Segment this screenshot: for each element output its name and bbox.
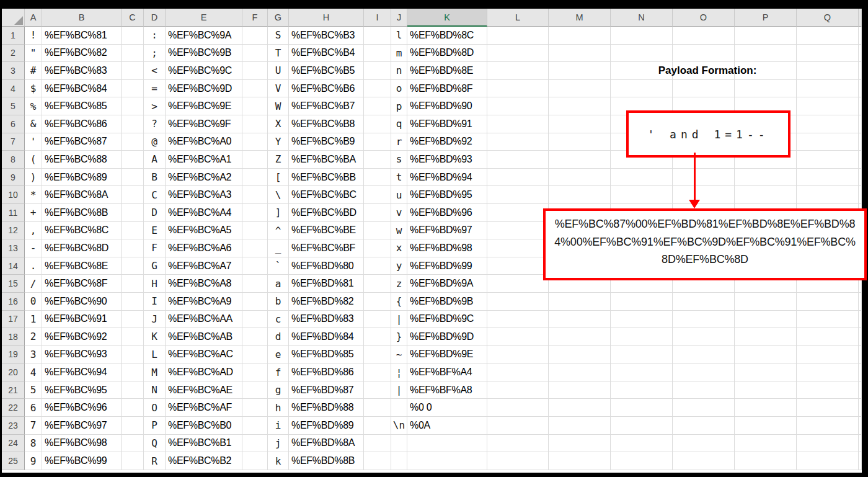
cell-D12[interactable]: E bbox=[144, 222, 166, 240]
cell-M17[interactable] bbox=[549, 311, 611, 329]
cell-M5[interactable] bbox=[549, 97, 611, 115]
cell-M23[interactable] bbox=[549, 417, 611, 435]
cell-H5[interactable]: %EF%BC%B7 bbox=[289, 97, 364, 115]
cell-H20[interactable]: %EF%BD%86 bbox=[289, 363, 364, 381]
cell-Q17[interactable] bbox=[797, 311, 859, 329]
cell-P23[interactable] bbox=[735, 417, 797, 435]
cell-C25[interactable] bbox=[122, 452, 144, 470]
cell-G12[interactable]: ^ bbox=[268, 222, 289, 240]
cell-C13[interactable] bbox=[122, 239, 144, 257]
cell-A10[interactable]: * bbox=[25, 186, 42, 204]
cell-H10[interactable]: %EF%BC%BC bbox=[289, 186, 364, 204]
cell-N21[interactable] bbox=[611, 381, 673, 399]
cell-H7[interactable]: %EF%BC%B9 bbox=[289, 133, 364, 151]
cell-I11[interactable] bbox=[364, 204, 391, 222]
cell-D8[interactable]: A bbox=[144, 151, 166, 169]
cell-Q2[interactable] bbox=[797, 45, 859, 63]
row-header-22[interactable]: 22 bbox=[2, 399, 25, 417]
cell-B14[interactable]: %EF%BC%8E bbox=[42, 257, 122, 275]
cell-A6[interactable]: & bbox=[25, 115, 42, 133]
cell-P24[interactable] bbox=[735, 435, 797, 453]
cell-P16[interactable] bbox=[735, 293, 797, 311]
cell-I19[interactable] bbox=[364, 346, 391, 364]
cell-I12[interactable] bbox=[364, 222, 391, 240]
cell-J15[interactable]: z bbox=[391, 275, 407, 293]
cell-E7[interactable]: %EF%BC%A0 bbox=[166, 133, 242, 151]
cell-A18[interactable]: 2 bbox=[25, 328, 42, 346]
cell-L18[interactable] bbox=[487, 328, 549, 346]
cell-A16[interactable]: 0 bbox=[25, 293, 42, 311]
cell-E11[interactable]: %EF%BC%A4 bbox=[166, 204, 242, 222]
cell-D22[interactable]: O bbox=[144, 399, 166, 417]
cell-O8[interactable] bbox=[673, 151, 735, 169]
cell-D18[interactable]: K bbox=[144, 328, 166, 346]
cell-N23[interactable] bbox=[611, 417, 673, 435]
cell-H2[interactable]: %EF%BC%B4 bbox=[289, 45, 364, 63]
cell-E3[interactable]: %EF%BC%9C bbox=[166, 62, 242, 80]
cell-M7[interactable] bbox=[549, 133, 611, 151]
cell-L11[interactable] bbox=[487, 204, 549, 222]
cell-K12[interactable]: %EF%BD%97 bbox=[407, 222, 487, 240]
cell-Q15[interactable] bbox=[797, 275, 859, 293]
cell-G16[interactable]: b bbox=[268, 293, 289, 311]
cell-O18[interactable] bbox=[673, 328, 735, 346]
cell-D16[interactable]: I bbox=[144, 293, 166, 311]
cell-K11[interactable]: %EF%BD%96 bbox=[407, 204, 487, 222]
cell-I16[interactable] bbox=[364, 293, 391, 311]
cell-A17[interactable]: 1 bbox=[25, 311, 42, 329]
cell-B24[interactable]: %EF%BC%98 bbox=[42, 435, 122, 453]
cell-H17[interactable]: %EF%BD%83 bbox=[289, 311, 364, 329]
cell-K2[interactable]: %EF%BD%8D bbox=[407, 45, 487, 63]
cell-C6[interactable] bbox=[122, 115, 144, 133]
cell-O21[interactable] bbox=[673, 381, 735, 399]
cell-K4[interactable]: %EF%BD%8F bbox=[407, 80, 487, 98]
row-header-8[interactable]: 8 bbox=[2, 151, 25, 169]
cell-L25[interactable] bbox=[487, 452, 549, 470]
cell-B19[interactable]: %EF%BC%93 bbox=[42, 346, 122, 364]
cell-A24[interactable]: 8 bbox=[25, 435, 42, 453]
cell-M24[interactable] bbox=[549, 435, 611, 453]
cell-O15[interactable] bbox=[673, 275, 735, 293]
cell-J2[interactable]: m bbox=[391, 45, 407, 63]
cell-N25[interactable] bbox=[611, 452, 673, 470]
cell-M22[interactable] bbox=[549, 399, 611, 417]
row-header-17[interactable]: 17 bbox=[2, 311, 25, 329]
cell-H19[interactable]: %EF%BD%85 bbox=[289, 346, 364, 364]
cell-L4[interactable] bbox=[487, 80, 549, 98]
row-header-2[interactable]: 2 bbox=[2, 45, 25, 63]
cell-K22[interactable]: %0 0 bbox=[407, 399, 487, 417]
cell-D5[interactable]: > bbox=[144, 97, 166, 115]
cell-A22[interactable]: 6 bbox=[25, 399, 42, 417]
cell-O10[interactable] bbox=[673, 186, 735, 204]
cell-I10[interactable] bbox=[364, 186, 391, 204]
cell-C7[interactable] bbox=[122, 133, 144, 151]
row-header-20[interactable]: 20 bbox=[2, 363, 25, 381]
cell-J14[interactable]: y bbox=[391, 257, 407, 275]
cell-I5[interactable] bbox=[364, 97, 391, 115]
cell-B4[interactable]: %EF%BC%84 bbox=[42, 80, 122, 98]
cell-N16[interactable] bbox=[611, 293, 673, 311]
cell-E5[interactable]: %EF%BC%9E bbox=[166, 97, 242, 115]
cell-A13[interactable]: - bbox=[25, 239, 42, 257]
cell-P1[interactable] bbox=[735, 27, 797, 45]
cell-B16[interactable]: %EF%BC%90 bbox=[42, 293, 122, 311]
cell-C21[interactable] bbox=[122, 381, 144, 399]
cell-M12[interactable] bbox=[549, 222, 611, 240]
cell-E19[interactable]: %EF%BC%AC bbox=[166, 346, 242, 364]
cell-O5[interactable] bbox=[673, 97, 735, 115]
cell-K24[interactable] bbox=[407, 435, 487, 453]
cell-E25[interactable]: %EF%BC%B2 bbox=[166, 452, 242, 470]
column-header-C[interactable]: C bbox=[122, 9, 144, 27]
cell-G20[interactable]: f bbox=[268, 363, 289, 381]
cell-A3[interactable]: # bbox=[25, 62, 42, 80]
cell-Q8[interactable] bbox=[797, 151, 859, 169]
cell-E21[interactable]: %EF%BC%AE bbox=[166, 381, 242, 399]
cell-N10[interactable] bbox=[611, 186, 673, 204]
cell-A2[interactable]: " bbox=[25, 45, 42, 63]
cell-N19[interactable] bbox=[611, 346, 673, 364]
cell-M19[interactable] bbox=[549, 346, 611, 364]
cell-M11[interactable] bbox=[549, 204, 611, 222]
cell-L17[interactable] bbox=[487, 311, 549, 329]
cell-A25[interactable]: 9 bbox=[25, 452, 42, 470]
cell-D2[interactable]: ; bbox=[144, 45, 166, 63]
